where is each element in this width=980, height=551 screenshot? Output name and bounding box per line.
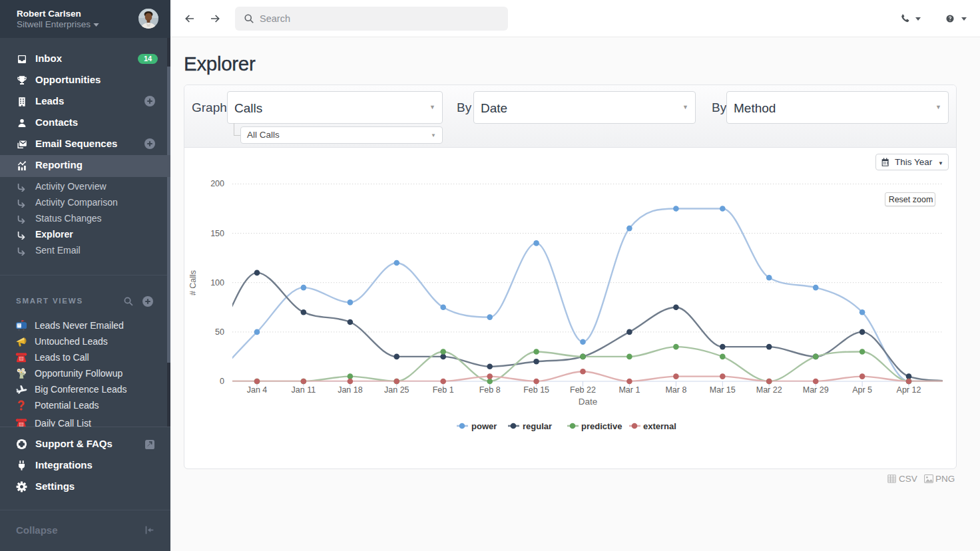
svg-text:Mar 15: Mar 15 [710, 385, 736, 395]
svg-text:Date: Date [579, 397, 598, 407]
svg-text:Jan 18: Jan 18 [338, 385, 363, 395]
svg-text:Mar 8: Mar 8 [665, 385, 686, 395]
svg-text:Mar 29: Mar 29 [803, 385, 829, 395]
svg-text:Mar 22: Mar 22 [756, 385, 782, 395]
svg-text:Jan 4: Jan 4 [247, 385, 268, 395]
svg-text:Feb 15: Feb 15 [523, 385, 549, 395]
svg-text:200: 200 [210, 179, 224, 188]
svg-text:Feb 22: Feb 22 [570, 385, 596, 395]
svg-text:50: 50 [215, 327, 224, 337]
svg-text:predictive: predictive [581, 421, 622, 431]
svg-text:Jan 11: Jan 11 [292, 385, 316, 395]
svg-text:regular: regular [523, 421, 552, 431]
svg-text:150: 150 [210, 229, 224, 238]
svg-text:Apr 12: Apr 12 [897, 385, 921, 395]
svg-text:100: 100 [210, 278, 224, 287]
svg-text:Feb 8: Feb 8 [479, 385, 501, 395]
svg-text:Jan 25: Jan 25 [384, 385, 409, 395]
svg-text:Feb 1: Feb 1 [433, 385, 454, 395]
svg-text:power: power [471, 421, 497, 431]
svg-text:Mar 1: Mar 1 [618, 385, 640, 395]
svg-text:Apr 5: Apr 5 [852, 385, 872, 395]
svg-text:external: external [643, 421, 676, 431]
svg-text:# Calls: # Calls [188, 270, 198, 295]
svg-text:0: 0 [220, 377, 224, 386]
